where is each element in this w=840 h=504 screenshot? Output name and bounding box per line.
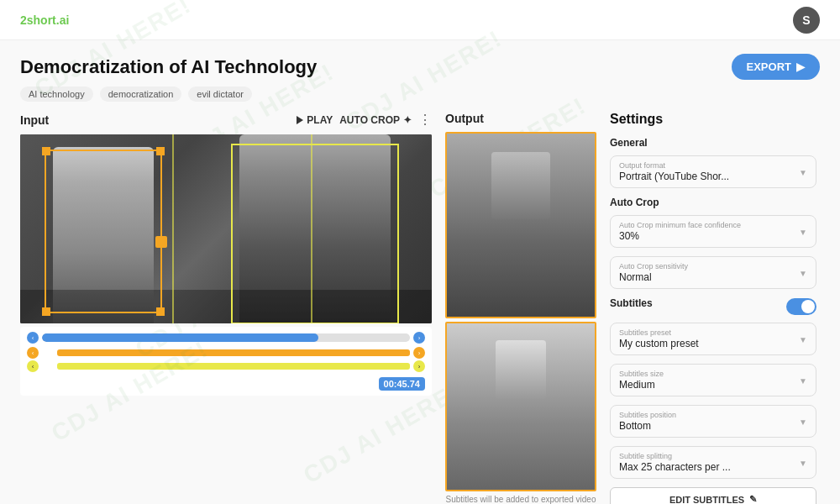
subtitle-splitting-label: Subtitle splitting [619,452,807,460]
yellow-track-arrow-left[interactable]: ‹ [27,360,39,372]
subtitles-preset-value: My custom preset [619,338,807,349]
subtitles-row: Subtitles [610,297,816,316]
subtitles-position-dropdown[interactable]: Subtitles position Bottom ▼ [610,405,816,438]
yellow-track-arrow-right[interactable]: › [413,360,425,372]
subtitles-size-dropdown[interactable]: Subtitles size Medium ▼ [610,364,816,396]
general-section-title: General [610,137,816,149]
output-section-header: Output [445,112,596,125]
orange-bar[interactable] [57,349,410,356]
input-actions: PLAY AUTO CROP ✦ ⋮ [297,112,432,128]
time-badge: 00:45.74 [379,377,425,391]
output-videos [445,132,596,491]
autocrop-button[interactable]: AUTO CROP ✦ [339,114,412,126]
subtitle-splitting-dropdown[interactable]: Subtitle splitting Max 25 characters per… [610,446,816,479]
subtitles-position-label: Subtitles position [619,411,807,419]
subtitles-position-value: Bottom [619,420,807,432]
more-button[interactable]: ⋮ [418,112,432,128]
face-confidence-label: Auto Crop minimum face confidence [619,221,807,229]
output-format-label: Output format [619,161,807,170]
timeline-arrow-right[interactable]: › [413,332,425,344]
settings-panel: Settings General Output format Portrait … [610,112,820,504]
subtitles-section-title: Subtitles [610,297,653,309]
autocrop-section-title: Auto Crop [610,197,816,208]
dropdown-arrow-confidence: ▼ [799,227,807,236]
orange-track-arrow-left[interactable]: ‹ [27,347,39,359]
timeline-arrow-left[interactable]: ‹ [27,332,39,344]
timeline: ‹ › ‹ › ‹ [20,327,432,396]
timeline-bar[interactable] [42,333,410,342]
input-section-title: Input [20,113,49,127]
timeline-progress [42,333,318,342]
content-row: Input PLAY AUTO CROP ✦ ⋮ [20,112,820,504]
vertical-guide-2 [311,134,312,323]
page-title: Democratization of AI Technology [20,56,317,78]
export-icon: ▶ [796,60,805,73]
subtitle-note: Subtitles will be added to exported vide… [445,495,596,504]
dropdown-arrow-preset: ▼ [799,334,807,344]
dropdown-arrow-splitting: ▼ [799,458,807,467]
dropdown-arrow-position: ▼ [799,417,807,426]
tag-demo[interactable]: democratization [100,87,182,102]
sensitivity-dropdown[interactable]: Auto Crop sensitivity Normal ▼ [610,256,816,289]
output-video-bottom [445,322,596,491]
subtitles-toggle[interactable] [786,298,816,315]
output-format-dropdown[interactable]: Output format Portrait (YouTube Shor... … [610,155,816,188]
furniture [20,290,432,323]
sensitivity-value: Normal [619,271,807,283]
dropdown-arrow-format: ▼ [799,167,807,176]
output-face-top [491,152,550,219]
output-panel: Output [445,112,596,504]
dropdown-arrow-size: ▼ [799,375,807,385]
subtitles-size-value: Medium [619,379,807,391]
output-face-bottom [496,340,546,399]
subtitles-preset-dropdown[interactable]: Subtitles preset My custom preset ▼ [610,323,816,355]
sensitivity-label: Auto Crop sensitivity [619,262,807,270]
face-confidence-value: 30% [619,230,807,242]
export-button[interactable]: EXPORT ▶ [732,54,820,80]
tag-evil[interactable]: evil dictator [188,87,252,102]
tag-ai[interactable]: AI technology [20,87,93,102]
subtitles-size-label: Subtitles size [619,370,807,378]
toggle-knob [801,300,815,313]
topbar: 2short.ai S [0,0,840,40]
logo: 2short.ai [20,13,69,27]
play-icon [297,116,303,124]
yellow-track: ‹ › [27,360,425,372]
edit-subtitles-button[interactable]: EDIT SUBTITLES ✎ [610,487,816,504]
input-section-header: Input PLAY AUTO CROP ✦ ⋮ [20,112,432,128]
orange-track-arrow-right[interactable]: › [413,347,425,359]
output-video-top [445,132,596,318]
edit-icon: ✎ [749,494,757,504]
input-panel: Input PLAY AUTO CROP ✦ ⋮ [20,112,432,504]
avatar[interactable]: S [793,7,820,34]
page-header: Democratization of AI Technology EXPORT … [20,54,820,80]
orange-track: ‹ › [27,347,425,359]
main-content: Democratization of AI Technology EXPORT … [0,40,840,504]
dropdown-arrow-sensitivity: ▼ [799,268,807,277]
play-button[interactable]: PLAY [297,114,333,126]
tags-row: AI technology democratization evil dicta… [20,87,820,102]
input-video[interactable] [20,134,432,323]
main-track: ‹ › [27,332,425,344]
face-confidence-dropdown[interactable]: Auto Crop minimum face confidence 30% ▼ [610,215,816,248]
settings-title: Settings [610,112,816,127]
subtitles-preset-label: Subtitles preset [619,328,807,337]
vertical-guide-1 [172,134,174,323]
subtitle-splitting-value: Max 25 characters per ... [619,461,807,473]
crop-icon: ✦ [403,114,412,126]
topbar-right: S [793,7,820,34]
yellow-bar[interactable] [57,363,410,370]
output-format-value: Portrait (YouTube Shor... [619,171,807,182]
output-section-title: Output [445,112,484,125]
